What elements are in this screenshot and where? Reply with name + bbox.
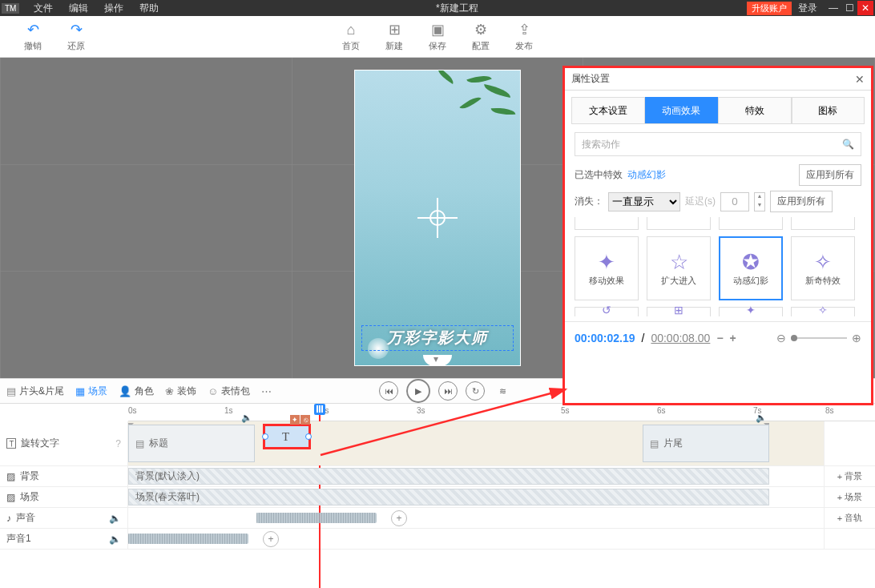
decor-icon: ❀: [165, 385, 174, 397]
properties-title: 属性设置: [571, 72, 610, 86]
track-rotate-text: 🅃 旋转文字 ? ▤标题🔈 ✦⎋ T ▤片尾🔈: [0, 421, 875, 466]
track-label: 背景: [20, 469, 39, 483]
speaker-icon: 🔈: [241, 413, 252, 423]
selected-effect-link[interactable]: 动感幻影: [627, 168, 666, 182]
prev-button[interactable]: ⏮: [379, 381, 398, 401]
apply-all-button-1[interactable]: 应用到所有: [799, 164, 861, 186]
add-background-button[interactable]: +背景: [824, 466, 875, 486]
time-plus-icon[interactable]: +: [730, 332, 736, 344]
add-audio-button[interactable]: +: [263, 531, 279, 547]
zoom-out-icon[interactable]: ⊖: [776, 332, 786, 344]
section-scene[interactable]: ▦场景: [75, 385, 107, 398]
zoom-in-icon[interactable]: ⊕: [852, 332, 861, 344]
search-input[interactable]: 搜索动作 🔍: [575, 132, 861, 156]
emoji-icon: ☺: [208, 385, 218, 397]
total-time[interactable]: 00:00:08.00: [651, 332, 710, 344]
close-panel-icon[interactable]: ✕: [855, 73, 865, 86]
film-icon: ▤: [6, 385, 16, 397]
tab-icons[interactable]: 图标: [792, 97, 865, 123]
fx-move[interactable]: ✦移动效果: [575, 236, 639, 300]
track-sound: ♪声音🔈 + +音轨: [0, 508, 875, 529]
loop-button[interactable]: ↻: [466, 381, 485, 401]
menu-file[interactable]: 文件: [26, 2, 61, 15]
login-button[interactable]: 登录: [798, 2, 817, 15]
gear-icon: ⚙: [474, 21, 487, 38]
playback-controls: ⏮ ▶ ⏭ ↻ ≋: [379, 379, 512, 403]
speaker-icon[interactable]: 🔈: [109, 513, 121, 524]
menu-edit[interactable]: 编辑: [61, 2, 96, 15]
fx-move-icon: ✦: [598, 250, 615, 275]
delay-field[interactable]: [720, 192, 749, 211]
tab-text-settings[interactable]: 文本设置: [571, 97, 645, 123]
add-scene-button[interactable]: +场景: [824, 487, 875, 507]
track-background: ▨背景 背景(默认淡入) +背景: [0, 466, 875, 487]
config-button[interactable]: ⚙配置: [459, 18, 502, 56]
disappear-select[interactable]: 一直显示: [608, 192, 680, 211]
section-emoji[interactable]: ☺表情包: [208, 385, 250, 398]
undo-button[interactable]: ↶撤销: [11, 18, 54, 56]
audio-clip[interactable]: [256, 513, 377, 523]
timeline: 0s 1s 2s 3s 5s 6s 7s 8s 🅃 旋转文字 ? ▤标题🔈 ✦⎋…: [0, 404, 875, 550]
help-icon[interactable]: ?: [115, 438, 121, 449]
clip-end[interactable]: ▤片尾🔈: [643, 425, 769, 462]
publish-button[interactable]: ⇪发布: [502, 18, 546, 56]
fx-dynamic-phantom[interactable]: ✪动感幻影: [719, 236, 783, 300]
properties-tabs: 文本设置 动画效果 特效 图标: [571, 97, 865, 124]
titlebar: TM 文件 编辑 操作 帮助 *新建工程 升级账户 登录 — ☐ ✕: [0, 0, 875, 16]
clip-fx-icon: ✦: [290, 415, 300, 425]
close-icon[interactable]: ✕: [857, 1, 873, 15]
add-track-button[interactable]: +音轨: [824, 508, 875, 528]
properties-header: 属性设置 ✕: [565, 68, 871, 91]
section-more[interactable]: ⋯: [261, 385, 272, 397]
tab-animation[interactable]: 动画效果: [645, 97, 719, 123]
audio-clip[interactable]: [128, 534, 248, 544]
maximize-icon[interactable]: ☐: [841, 1, 857, 15]
clip-title[interactable]: ▤标题🔈: [128, 425, 255, 462]
play-button[interactable]: ▶: [406, 379, 430, 403]
menu-help[interactable]: 帮助: [131, 2, 167, 15]
clip-scene[interactable]: 场景(春天落叶): [128, 489, 769, 505]
fx-novel-icon: ✧: [814, 250, 832, 275]
zoom-slider[interactable]: [791, 337, 847, 339]
clip-selected[interactable]: ✦⎋ T: [263, 424, 311, 449]
track-sound1: 声音1🔈 +: [0, 529, 875, 550]
clip-resize-left[interactable]: [262, 433, 268, 440]
new-button[interactable]: ⊞新建: [373, 18, 416, 56]
hatch-icon: ▨: [6, 471, 15, 482]
selected-effect-label: 已选中特效: [575, 168, 623, 182]
section-intro-outro[interactable]: ▤片头&片尾: [6, 385, 64, 398]
minimize-icon[interactable]: —: [825, 1, 841, 15]
apply-all-button-2[interactable]: 应用到所有: [770, 191, 833, 212]
redo-button[interactable]: ↷还原: [54, 18, 98, 56]
delay-stepper[interactable]: ▲▼: [754, 192, 765, 211]
save-button[interactable]: ▣保存: [416, 18, 459, 56]
effect-grid: ✦移动效果 ☆扩大进入 ✪动感幻影 ✧新奇特效: [575, 236, 861, 300]
stage[interactable]: 万彩字影大师: [354, 70, 521, 366]
time-minus-icon[interactable]: −: [716, 332, 723, 344]
track-label: 声音1: [6, 532, 31, 546]
menu-action[interactable]: 操作: [96, 2, 131, 15]
clip-icon: ▤: [135, 438, 144, 449]
text-layer-selected[interactable]: 万彩字影大师: [361, 325, 514, 351]
speaker-icon[interactable]: 🔈: [109, 534, 121, 545]
home-button[interactable]: ⌂首页: [329, 18, 373, 56]
track-lane[interactable]: ▤标题🔈 ✦⎋ T ▤片尾🔈: [128, 421, 824, 465]
stage-expand-handle[interactable]: [423, 355, 452, 366]
tab-effects[interactable]: 特效: [718, 97, 792, 123]
text-clip-icon: T: [282, 430, 289, 444]
playhead[interactable]: [314, 404, 325, 415]
fx-zoom-in[interactable]: ☆扩大进入: [647, 236, 711, 300]
upgrade-button[interactable]: 升级账户: [747, 2, 792, 15]
next-button[interactable]: ⏭: [438, 381, 458, 401]
wave-icon: ♪: [6, 513, 11, 524]
main-toolbar: ↶撤销 ↷还原 ⌂首页 ⊞新建 ▣保存 ⚙配置 ⇪发布: [0, 16, 875, 58]
clip-background[interactable]: 背景(默认淡入): [128, 468, 769, 485]
section-role[interactable]: 👤角色: [119, 385, 154, 398]
add-audio-button[interactable]: +: [391, 510, 407, 526]
section-decor[interactable]: ❀装饰: [165, 385, 196, 398]
fx-novel[interactable]: ✧新奇特效: [791, 236, 855, 300]
clip-resize-right[interactable]: [305, 433, 312, 440]
layers-button[interactable]: ≋: [493, 381, 512, 401]
track-label: 旋转文字: [21, 437, 59, 450]
window-title: *新建工程: [167, 2, 747, 15]
